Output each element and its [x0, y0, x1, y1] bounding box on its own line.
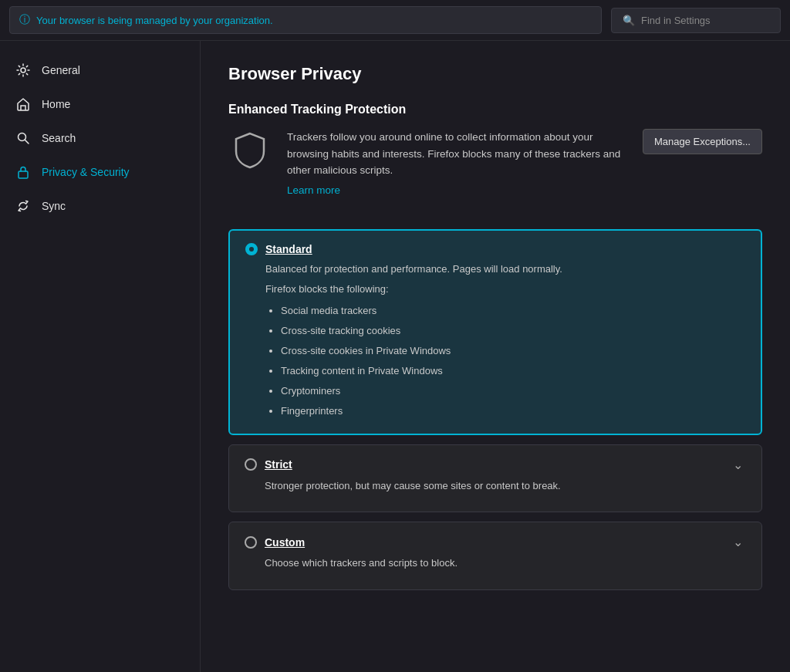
option-desc-custom: Choose which trackers and scripts to blo… [245, 555, 746, 571]
sidebar-item-search[interactable]: Search [0, 121, 200, 155]
option-desc-strict: Stronger protection, but may cause some … [245, 478, 746, 494]
main-layout: General Home Search [0, 41, 790, 672]
chevron-strict[interactable]: ⌄ [730, 458, 746, 472]
list-item: Fingerprinters [281, 401, 745, 421]
option-card-strict[interactable]: Strict ⌄ Stronger protection, but may ca… [228, 444, 762, 513]
page-title: Browser Privacy [228, 64, 762, 84]
svg-point-0 [21, 68, 25, 73]
gear-icon [15, 62, 31, 78]
svg-rect-2 [19, 171, 28, 178]
managed-notice: ⓘ Your browser is being managed by your … [9, 6, 602, 34]
tracking-desc-body: Trackers follow you around online to col… [287, 131, 620, 176]
home-icon [15, 96, 31, 112]
find-settings-placeholder: Find in Settings [641, 15, 711, 26]
radio-custom[interactable] [245, 536, 257, 549]
list-item: Cryptominers [281, 381, 745, 401]
lock-icon [15, 164, 31, 180]
option-row-custom: Custom ⌄ [245, 535, 746, 549]
top-bar: ⓘ Your browser is being managed by your … [0, 0, 790, 41]
sidebar-item-home[interactable]: Home [0, 87, 200, 121]
option-header-strict: Strict [245, 458, 292, 471]
tracking-description: Trackers follow you around online to col… [228, 129, 630, 198]
list-item: Tracking content in Private Windows [281, 361, 745, 381]
tracking-header-row: Trackers follow you around online to col… [228, 129, 762, 214]
radio-standard[interactable] [245, 243, 258, 255]
learn-more-link[interactable]: Learn more [287, 182, 340, 199]
section-title: Enhanced Tracking Protection [228, 103, 762, 117]
find-settings-box[interactable]: 🔍 Find in Settings [611, 8, 781, 33]
sidebar-item-sync[interactable]: Sync [0, 189, 200, 223]
shield-icon-wrap [228, 129, 272, 172]
sidebar-item-general[interactable]: General [0, 53, 200, 87]
list-item: Cross-site cookies in Private Windows [281, 341, 745, 361]
shield-icon [230, 130, 270, 171]
option-list-standard: Social media trackers Cross-site trackin… [245, 301, 745, 421]
option-blocks-standard: Firefox blocks the following: [245, 283, 745, 295]
option-label-custom: Custom [265, 536, 305, 549]
option-card-standard[interactable]: Standard Balanced for protection and per… [228, 229, 762, 435]
managed-notice-text: Your browser is being managed by your or… [36, 15, 273, 26]
sidebar-label-home: Home [42, 98, 70, 110]
tracking-desc-text: Trackers follow you around online to col… [287, 129, 630, 198]
manage-exceptions-button[interactable]: Manage Exceptions... [643, 129, 762, 154]
chevron-custom[interactable]: ⌄ [730, 535, 746, 549]
list-item: Social media trackers [281, 301, 745, 321]
option-label-standard: Standard [265, 243, 312, 255]
search-icon: 🔍 [623, 15, 635, 26]
sync-icon [15, 198, 31, 214]
radio-strict[interactable] [245, 458, 257, 471]
search-icon [15, 130, 31, 146]
option-row-strict: Strict ⌄ [245, 458, 746, 472]
option-desc-standard: Balanced for protection and performance.… [245, 262, 745, 277]
main-content: Browser Privacy Enhanced Tracking Protec… [201, 41, 790, 672]
option-header-standard: Standard [245, 243, 745, 255]
sidebar-item-privacy[interactable]: Privacy & Security [0, 155, 200, 189]
sidebar-label-privacy: Privacy & Security [42, 166, 130, 178]
sidebar: General Home Search [0, 41, 201, 672]
list-item: Cross-site tracking cookies [281, 321, 745, 341]
option-card-custom[interactable]: Custom ⌄ Choose which trackers and scrip… [228, 522, 762, 590]
option-header-custom: Custom [245, 536, 305, 549]
sidebar-label-search: Search [42, 132, 76, 144]
option-label-strict: Strict [265, 458, 292, 471]
sidebar-label-sync: Sync [42, 200, 66, 212]
sidebar-label-general: General [42, 64, 80, 76]
info-icon: ⓘ [19, 13, 30, 27]
